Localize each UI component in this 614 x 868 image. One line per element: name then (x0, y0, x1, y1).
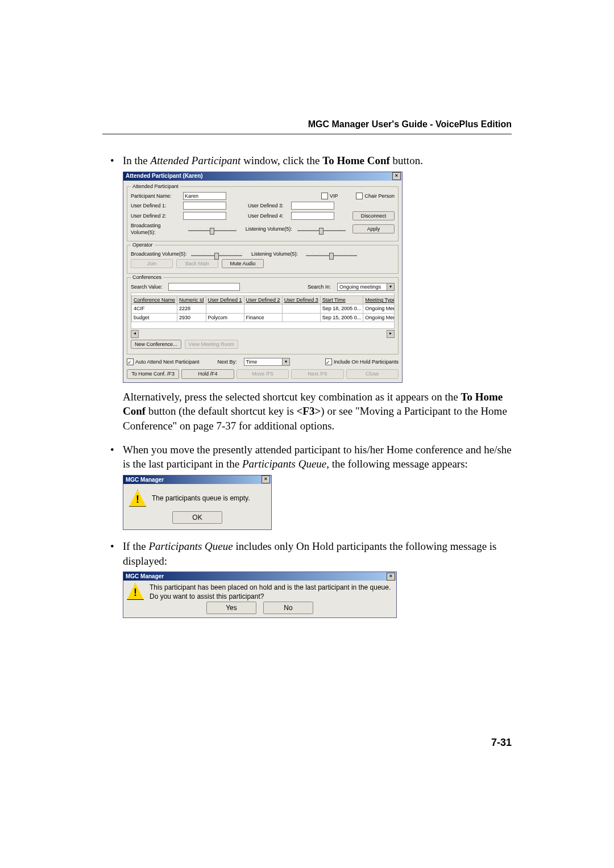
text: Alternatively, press the selected shortc… (123, 391, 460, 403)
label-listen-vol: Listening Volume(5): (246, 226, 294, 232)
include-hold-checkbox[interactable]: ✓Include On Hold Participants (325, 358, 399, 365)
col-start-time[interactable]: Start Time (320, 296, 363, 304)
text: button (the default shortcut key is (146, 405, 296, 417)
col-conf-name[interactable]: Conference Name (132, 296, 177, 304)
text-bold: <F3> (297, 405, 321, 417)
cell (282, 304, 320, 313)
window-titlebar[interactable]: Attended Participant (Karen) × (123, 172, 402, 181)
ud4-field[interactable] (291, 212, 334, 220)
cell: Ongoing Meeting (363, 304, 395, 313)
vip-checkbox[interactable]: VIP (321, 193, 338, 199)
cell: Sep 18, 2005 0... (320, 304, 363, 313)
group-label: Conferences (131, 274, 163, 281)
window-title: MGC Manager (126, 573, 164, 581)
col-ud2[interactable]: User Defined 2 (244, 296, 282, 304)
col-ud3[interactable]: User Defined 3 (282, 296, 320, 304)
label-ud4: User Defined 4: (248, 212, 288, 219)
window-titlebar[interactable]: MGC Manager × (123, 475, 271, 484)
cell (282, 313, 320, 322)
close-button: Close (346, 369, 399, 378)
cell: 2930 (177, 313, 206, 322)
group-label: Operator (131, 241, 155, 248)
chevron-down-icon[interactable]: ▾ (282, 358, 289, 365)
close-icon[interactable]: × (262, 475, 270, 483)
cell: Finance (244, 313, 282, 322)
group-label: Attended Participant (131, 183, 180, 190)
op-listen-slider[interactable]: ········· (306, 251, 357, 257)
select-value: Time (244, 358, 282, 365)
ok-button[interactable]: OK (172, 511, 222, 524)
label: Include On Hold Participants (334, 358, 399, 365)
hold-button[interactable]: Hold /F4 (181, 369, 234, 378)
disconnect-button[interactable]: Disconnect (352, 211, 395, 220)
label: Chair Person (364, 193, 395, 199)
chevron-down-icon[interactable]: ▾ (387, 283, 394, 290)
horizontal-scrollbar[interactable]: ◂ ▸ (131, 330, 395, 338)
text-line: Do you want to assist this participant? (150, 592, 391, 601)
bullet-item: If the Participants Queue includes only … (102, 539, 512, 618)
text-line: This participant has been placed on hold… (150, 583, 391, 592)
label-op-broadcast: Broadcasting Volume(5): (131, 251, 188, 257)
new-conference-button[interactable]: New Conference... (131, 340, 181, 349)
close-icon[interactable]: × (387, 573, 395, 581)
text: In the (123, 155, 151, 166)
mute-audio-button[interactable]: Mute Audio (222, 259, 264, 268)
ud2-field[interactable] (183, 212, 226, 220)
label-search-value: Search Value: (131, 283, 165, 290)
header-divider (102, 133, 512, 135)
label: Auto Attend Next Participant (135, 358, 200, 365)
col-numeric-id[interactable]: Numeric Id (177, 296, 206, 304)
bullet-item: When you move the presently attended par… (102, 443, 512, 530)
ud3-field[interactable] (291, 202, 334, 210)
group-conferences: Conferences Search Value: Search In: Ong… (127, 277, 399, 354)
text-bold: To Home Conf (322, 155, 390, 166)
table-row[interactable]: budget 2930 Polycom Finance Sep 15, 2005… (132, 313, 395, 322)
label-participant-name: Participant Name: (131, 193, 180, 199)
broadcast-volume-slider[interactable]: ········· (188, 226, 237, 232)
label-ud1: User Defined 1: (131, 202, 180, 209)
group-attended-participant: Attended Participant Participant Name: K… (127, 186, 399, 241)
text-emphasis: Participants Queue (148, 540, 233, 552)
text: button. (390, 155, 423, 166)
search-in-select[interactable]: Ongoing meetings ▾ (337, 283, 395, 291)
warning-icon (129, 490, 146, 507)
message-dialog-empty-queue: MGC Manager × The participants queue is … (123, 475, 272, 530)
text: If the (123, 540, 148, 552)
cell (206, 304, 244, 313)
conferences-table[interactable]: Conference Name Numeric Id User Defined … (131, 293, 395, 329)
participant-name-field[interactable]: Karen (183, 192, 226, 200)
close-icon[interactable]: × (392, 172, 401, 180)
move-button: Move /F5 (237, 369, 289, 378)
auto-attend-checkbox[interactable]: ✓Auto Attend Next Participant (127, 358, 200, 365)
chair-person-checkbox[interactable]: Chair Person (356, 193, 395, 199)
label-ud3: User Defined 3: (248, 202, 288, 209)
select-value: Ongoing meetings (338, 283, 387, 290)
cell: 2228 (177, 304, 206, 313)
text-emphasis: Participants Queue (242, 458, 326, 470)
window-titlebar[interactable]: MGC Manager × (123, 572, 396, 581)
page-content: In the Attended Participant window, clic… (102, 153, 512, 618)
message-text: The participants queue is empty. (152, 494, 250, 503)
next-by-select[interactable]: Time ▾ (244, 358, 290, 366)
attended-participant-window: Attended Participant (Karen) × Attended … (123, 172, 403, 383)
listen-volume-slider[interactable]: ········· (297, 226, 346, 232)
col-ud1[interactable]: User Defined 1 (206, 296, 244, 304)
ud1-field[interactable] (183, 202, 226, 210)
table-row[interactable]: 4CIF 2228 Sep 18, 2005 0... Ongoing Meet… (132, 304, 395, 313)
message-dialog-on-hold: MGC Manager × This participant has been … (123, 571, 397, 618)
label-ud2: User Defined 2: (131, 212, 180, 219)
to-home-conf-button[interactable]: To Home Conf. /F3 (127, 369, 179, 378)
op-broadcast-slider[interactable]: ········· (191, 251, 242, 257)
text-emphasis: Attended Participant (151, 155, 241, 166)
message-text: This participant has been placed on hold… (150, 583, 391, 601)
label: VIP (330, 193, 338, 199)
scroll-left-icon[interactable]: ◂ (131, 330, 139, 338)
scroll-right-icon[interactable]: ▸ (387, 330, 395, 338)
col-meeting-type[interactable]: Meeting Type (363, 296, 395, 304)
search-value-field[interactable] (168, 283, 240, 291)
no-button[interactable]: No (263, 602, 313, 614)
yes-button[interactable]: Yes (206, 602, 256, 614)
warning-icon (127, 583, 144, 600)
apply-button[interactable]: Apply (352, 224, 395, 233)
cell: budget (132, 313, 177, 322)
